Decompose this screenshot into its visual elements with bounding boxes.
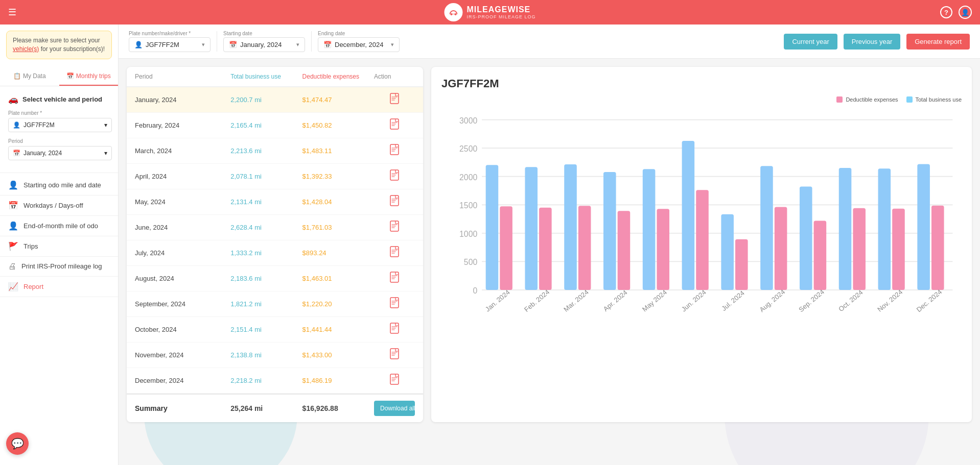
sidebar-item-report[interactable]: 📈 Report [0, 277, 118, 297]
sidebar: Please make sure to select your vehicle(… [0, 25, 119, 465]
svg-rect-2 [449, 13, 457, 15]
svg-rect-44 [682, 141, 695, 290]
workdays-label: Workdays / Days-off [24, 202, 83, 209]
svg-text:500: 500 [464, 258, 478, 266]
cell-period: December, 2024 [135, 377, 230, 384]
svg-text:Jan. 2024: Jan. 2024 [484, 288, 511, 313]
brand-sub: IRS-PROOF MILEAGE LOG [466, 14, 535, 19]
menu-icon[interactable]: ☰ [8, 7, 16, 18]
start-date-chevron-icon: ▾ [296, 41, 299, 48]
svg-rect-48 [735, 239, 748, 290]
table-row: December, 2024 2,218.2 mi $1,486.19 [127, 368, 423, 394]
cell-miles: 2,213.6 mi [230, 147, 302, 155]
svg-text:Nov. 2024: Nov. 2024 [876, 288, 904, 313]
svg-rect-32 [525, 167, 538, 290]
pdf-download-icon[interactable] [390, 93, 399, 107]
chat-button[interactable]: 💬 [6, 432, 29, 455]
svg-text:Sep. 2024: Sep. 2024 [797, 288, 826, 313]
content-area: Period Total business use Deductible exp… [119, 59, 980, 430]
cell-miles: 2,628.4 mi [230, 224, 302, 231]
cell-period: May, 2024 [135, 198, 230, 206]
starting-odo-icon: 👤 [8, 180, 18, 190]
end-date-select[interactable]: 📅 December, 2024 ▾ [318, 37, 400, 52]
svg-text:May 2024: May 2024 [641, 288, 668, 313]
svg-rect-42 [657, 209, 669, 290]
plate-filter-chevron-icon: ▾ [202, 41, 205, 48]
cell-miles: 1,821.2 mi [230, 300, 302, 308]
cell-period: February, 2024 [135, 121, 230, 129]
svg-rect-60 [892, 209, 905, 290]
chart-title: JGF7FF2M [441, 77, 962, 90]
plate-value: JGF7FF2M [24, 121, 55, 129]
pdf-download-icon[interactable] [390, 144, 399, 158]
cell-action [374, 118, 415, 132]
legend-deductible: Deductible expenses [836, 96, 898, 103]
pdf-download-icon[interactable] [390, 323, 399, 336]
chat-icon: 💬 [11, 437, 24, 450]
svg-text:0: 0 [473, 286, 477, 295]
start-date-value: January, 2024 [240, 41, 282, 48]
svg-text:Aug. 2024: Aug. 2024 [758, 288, 787, 313]
chart-legend: Deductible expenses Total business use [441, 96, 962, 103]
svg-text:2000: 2000 [459, 173, 477, 182]
cell-deductible: $1,463.01 [302, 275, 374, 282]
svg-text:1000: 1000 [459, 230, 477, 238]
cell-period: July, 2024 [135, 249, 230, 257]
summary-row: Summary 25,264 mi $16,926.88 Download al… [127, 394, 423, 422]
brand-name: MILEAGEWISE [466, 5, 530, 14]
pdf-download-icon[interactable] [390, 297, 399, 311]
plate-icon: 👤 [13, 121, 20, 129]
sidebar-alert: Please make sure to select your vehicle(… [6, 31, 112, 59]
cell-action [374, 195, 415, 209]
pdf-download-icon[interactable] [390, 246, 399, 260]
svg-text:Dec. 2024: Dec. 2024 [915, 288, 944, 313]
download-all-button[interactable]: Download all [374, 401, 415, 416]
cell-action [374, 221, 415, 234]
user-button[interactable]: 👤 [959, 6, 972, 19]
sidebar-item-trips[interactable]: 🚩 Trips [0, 236, 118, 257]
pdf-download-icon[interactable] [390, 374, 399, 387]
cell-action [374, 348, 415, 362]
generate-report-button[interactable]: Generate report [906, 34, 970, 50]
tab-monthly-trips[interactable]: 📅 Monthly trips [59, 67, 119, 86]
pdf-download-icon[interactable] [390, 221, 399, 234]
tab-my-data[interactable]: 📋 My Data [0, 67, 59, 86]
cell-miles: 2,131.4 mi [230, 198, 302, 206]
pdf-download-icon[interactable] [390, 348, 399, 362]
alert-link[interactable]: vehicle(s) [13, 45, 39, 53]
chart-container: JGF7FF2M Deductible expenses Total busin… [431, 67, 972, 422]
sidebar-item-end-odo[interactable]: 👤 End-of-month mile of odo [0, 216, 118, 236]
cell-deductible: $893.24 [302, 249, 374, 257]
period-value: January, 2024 [24, 150, 62, 157]
sidebar-item-starting-odo[interactable]: 👤 Starting odo mile and date [0, 175, 118, 195]
end-odo-icon: 👤 [8, 221, 18, 231]
cell-action [374, 297, 415, 311]
start-date-select[interactable]: 📅 January, 2024 ▾ [223, 37, 305, 52]
previous-year-button[interactable]: Previous year [844, 34, 900, 50]
pdf-download-icon[interactable] [390, 272, 399, 285]
svg-rect-54 [814, 221, 827, 290]
svg-text:3000: 3000 [459, 116, 477, 125]
plate-filter-select[interactable]: 👤 JGF7FF2M ▾ [129, 37, 211, 52]
end-date-chevron-icon: ▾ [391, 41, 394, 48]
current-year-button[interactable]: Current year [784, 34, 837, 50]
header-brand: MILEAGEWISE IRS-PROOF MILEAGE LOG [444, 3, 535, 21]
sidebar-item-print-log[interactable]: 🖨 Print IRS-Proof mileage log [0, 257, 118, 277]
summary-deductible: $16,926.88 [302, 404, 374, 412]
chart-svg-wrap: 050010001500200025003000Jan. 2024Feb. 20… [441, 111, 962, 346]
pdf-download-icon[interactable] [390, 118, 399, 132]
summary-miles: 25,264 mi [230, 404, 302, 412]
pdf-download-icon[interactable] [390, 169, 399, 183]
start-date-label: Starting date [223, 31, 305, 36]
plate-filter-icon: 👤 [134, 41, 143, 48]
period-select[interactable]: 📅 January, 2024 ▾ [8, 146, 112, 160]
sidebar-section-title: 🚗 Select vehicle and period [8, 94, 112, 104]
cell-miles: 2,138.8 mi [230, 351, 302, 359]
end-date-icon: 📅 [323, 41, 332, 48]
plate-select[interactable]: 👤 JGF7FF2M ▾ [8, 118, 112, 132]
help-button[interactable]: ? [940, 6, 952, 18]
sidebar-item-workdays[interactable]: 📅 Workdays / Days-off [0, 195, 118, 216]
svg-text:Jun. 2024: Jun. 2024 [680, 288, 708, 313]
pdf-download-icon[interactable] [390, 195, 399, 209]
cell-action [374, 144, 415, 158]
